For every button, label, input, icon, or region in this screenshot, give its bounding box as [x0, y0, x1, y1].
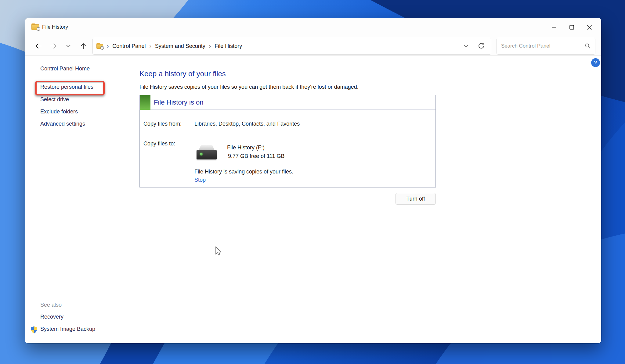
see-also-label: See also — [40, 302, 62, 308]
refresh-button[interactable] — [475, 40, 487, 52]
copy-files-to-label: Copy files to: — [143, 141, 175, 147]
sidebar-item-system-image-backup[interactable]: System Image Backup — [40, 326, 95, 332]
sidebar-item-select-drive[interactable]: Select drive — [40, 96, 69, 103]
minimize-icon — [552, 27, 556, 28]
saving-status-text: File History is saving copies of your fi… — [194, 169, 293, 175]
minimize-button[interactable] — [545, 21, 563, 34]
window-title: File History — [42, 24, 68, 30]
sidebar-item-recovery[interactable]: Recovery — [40, 314, 63, 320]
breadcrumb-folder-icon[interactable] — [96, 43, 103, 49]
up-button[interactable] — [76, 40, 91, 52]
forward-button[interactable] — [46, 40, 61, 52]
search-box — [497, 38, 595, 55]
window-body: ? Control Panel Home Restore personal fi… — [25, 56, 601, 343]
up-arrow-icon — [80, 42, 87, 50]
file-history-app-icon — [31, 23, 39, 30]
search-input[interactable] — [501, 43, 585, 49]
back-button[interactable] — [31, 40, 46, 52]
chevron-down-icon — [66, 44, 71, 48]
breadcrumb-system-and-security[interactable]: System and Security — [155, 43, 205, 49]
close-button[interactable] — [580, 21, 598, 34]
help-button[interactable]: ? — [591, 58, 600, 67]
status-title: File History is on — [154, 98, 204, 106]
sidebar-item-exclude-folders[interactable]: Exclude folders — [40, 109, 78, 115]
stop-link[interactable]: Stop — [194, 177, 206, 183]
breadcrumb-separator-icon: › — [106, 43, 109, 49]
title-bar: File History — [25, 18, 601, 37]
maximize-icon — [569, 25, 574, 30]
copy-files-from-label: Copy files from: — [143, 121, 182, 127]
copy-files-from-value: Libraries, Desktop, Contacts, and Favori… — [194, 121, 300, 127]
chevron-down-icon — [464, 44, 468, 48]
close-icon — [587, 25, 592, 30]
window-controls — [545, 18, 598, 37]
drive-free-space: 9.77 GB free of 111 GB — [228, 153, 284, 159]
drive-icon — [197, 145, 217, 159]
search-icon — [585, 43, 591, 49]
breadcrumb-file-history[interactable]: File History — [215, 43, 242, 49]
status-on-indicator — [140, 95, 150, 110]
uac-shield-icon — [30, 326, 38, 334]
forward-arrow-icon — [50, 42, 57, 50]
navigation-bar: › Control Panel › System and Security › … — [25, 37, 601, 56]
status-header: File History is on — [140, 95, 435, 110]
file-history-status-panel: File History is on Copy files from: Libr… — [139, 95, 436, 187]
page-description: File History saves copies of your files … — [139, 84, 359, 90]
recent-locations-button[interactable] — [61, 40, 76, 52]
maximize-button[interactable] — [563, 21, 580, 34]
address-bar[interactable]: › Control Panel › System and Security › … — [92, 38, 491, 55]
back-arrow-icon — [35, 42, 42, 50]
address-dropdown-button[interactable] — [460, 40, 472, 52]
sidebar-item-control-panel-home[interactable]: Control Panel Home — [40, 66, 90, 72]
turn-off-button[interactable]: Turn off — [396, 193, 436, 205]
desktop-wallpaper: File History — [0, 0, 625, 364]
drive-name: File History (F:) — [227, 145, 265, 151]
sidebar-item-restore-personal-files[interactable]: Restore personal files — [40, 84, 93, 90]
breadcrumb-separator-icon: › — [208, 43, 211, 49]
file-history-window: File History — [25, 18, 601, 343]
page-title: Keep a history of your files — [139, 70, 226, 78]
breadcrumb-control-panel[interactable]: Control Panel — [112, 43, 146, 49]
refresh-icon — [478, 43, 485, 49]
sidebar-item-advanced-settings[interactable]: Advanced settings — [40, 121, 85, 127]
breadcrumb-separator-icon: › — [149, 43, 152, 49]
mouse-cursor — [214, 246, 223, 257]
